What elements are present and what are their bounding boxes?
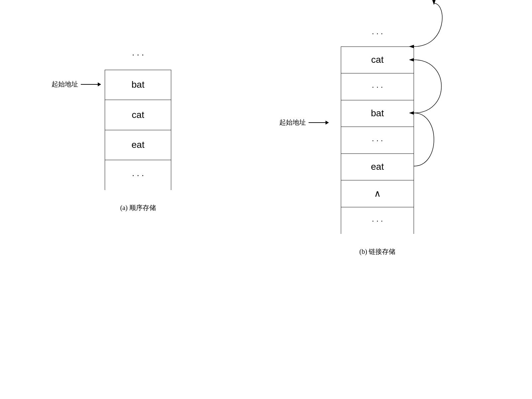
table-row: eat bbox=[105, 130, 171, 160]
left-start-address: 起始地址 bbox=[52, 80, 101, 89]
top-arrowhead bbox=[432, 0, 436, 5]
left-diagram: 起始地址 · · · bat bbox=[71, 20, 204, 212]
right-memory-table: · · · cat · · · bbox=[341, 20, 414, 234]
right-diagram: 起始地址 · · · cat bbox=[294, 20, 461, 256]
table-row: · · · bbox=[105, 160, 171, 190]
bat-to-cat-arrow bbox=[414, 60, 442, 113]
table-row: · · · bbox=[105, 40, 171, 70]
right-caption: (b) 链接存储 bbox=[359, 247, 395, 256]
right-arrow-icon bbox=[309, 122, 329, 123]
left-caption: (a) 顺序存储 bbox=[120, 203, 156, 212]
table-row: · · · bbox=[341, 207, 414, 234]
top-arrow bbox=[414, 3, 442, 47]
right-start-address: 起始地址 bbox=[279, 118, 329, 127]
table-row: · · · bbox=[341, 73, 414, 100]
table-row: eat bbox=[341, 154, 414, 180]
table-row: ∧ bbox=[341, 180, 414, 207]
table-row: bat bbox=[341, 100, 414, 127]
table-row: cat bbox=[341, 47, 414, 73]
link-arrows-svg bbox=[414, 20, 480, 286]
table-row: · · · bbox=[341, 20, 414, 47]
eat-to-bat-arrow bbox=[414, 113, 434, 166]
table-row: · · · bbox=[341, 127, 414, 153]
left-arrow-icon bbox=[81, 84, 101, 85]
table-row: bat bbox=[105, 70, 171, 100]
left-memory-table: · · · bat cat bbox=[105, 40, 171, 190]
table-row: cat bbox=[105, 100, 171, 130]
